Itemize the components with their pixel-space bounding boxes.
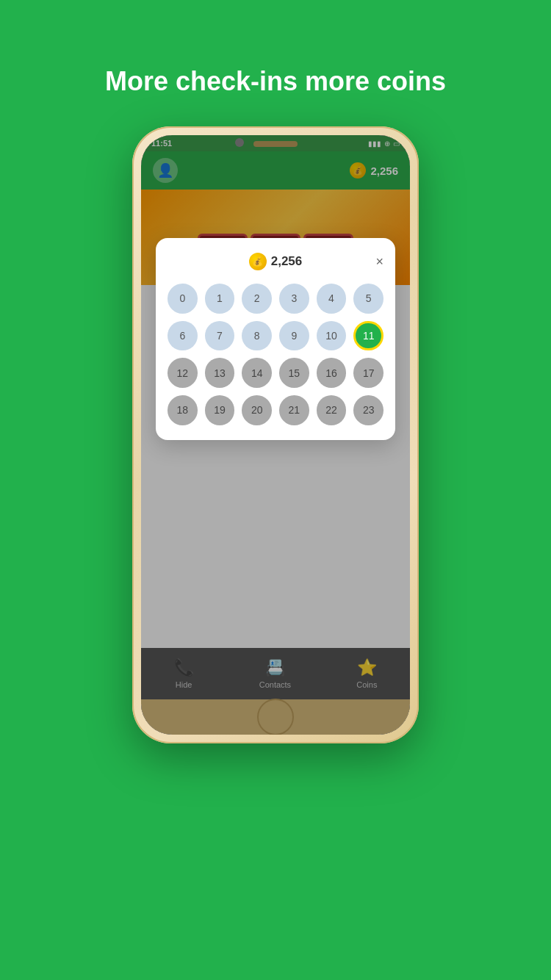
page-title: More check-ins more coins (105, 66, 446, 97)
modal: 💰 2,256 × 012345678910111213141516171819… (156, 238, 395, 440)
number-btn-8[interactable]: 8 (242, 321, 272, 351)
number-btn-22[interactable]: 22 (317, 395, 347, 425)
number-btn-15[interactable]: 15 (279, 358, 309, 388)
number-btn-13[interactable]: 13 (205, 358, 235, 388)
modal-coin-icon: 💰 (249, 253, 267, 270)
number-btn-7[interactable]: 7 (205, 321, 235, 351)
phone-screen: 11:51 ▮▮▮ ⊕ ▭ 👤 💰 2,256 (141, 135, 410, 735)
number-btn-1[interactable]: 1 (205, 284, 235, 314)
number-btn-18[interactable]: 18 (168, 395, 198, 425)
number-btn-0[interactable]: 0 (168, 284, 198, 314)
number-btn-16[interactable]: 16 (317, 358, 347, 388)
number-btn-17[interactable]: 17 (353, 358, 383, 388)
modal-coin-display: 💰 2,256 (249, 253, 303, 270)
number-btn-12[interactable]: 12 (168, 358, 198, 388)
number-btn-4[interactable]: 4 (317, 284, 347, 314)
number-btn-5[interactable]: 5 (353, 284, 383, 314)
number-btn-11[interactable]: 11 (353, 321, 383, 351)
number-btn-19[interactable]: 19 (205, 395, 235, 425)
number-btn-2[interactable]: 2 (242, 284, 272, 314)
number-btn-10[interactable]: 10 (317, 321, 347, 351)
number-btn-14[interactable]: 14 (242, 358, 272, 388)
number-btn-20[interactable]: 20 (242, 395, 272, 425)
number-grid: 01234567891011121314151617181920212223 (168, 284, 383, 425)
modal-close-button[interactable]: × (375, 254, 383, 270)
number-btn-21[interactable]: 21 (279, 395, 309, 425)
number-btn-23[interactable]: 23 (353, 395, 383, 425)
number-btn-6[interactable]: 6 (168, 321, 198, 351)
modal-overlay: 💰 2,256 × 012345678910111213141516171819… (141, 135, 410, 735)
number-btn-3[interactable]: 3 (279, 284, 309, 314)
phone-shell: 11:51 ▮▮▮ ⊕ ▭ 👤 💰 2,256 (132, 126, 419, 743)
modal-header: 💰 2,256 × (168, 253, 383, 270)
modal-coin-amount: 2,256 (271, 254, 303, 269)
number-btn-9[interactable]: 9 (279, 321, 309, 351)
